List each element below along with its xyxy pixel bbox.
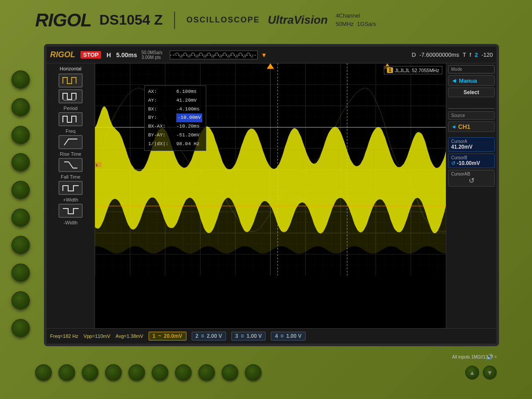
- source-section: Source: [448, 111, 495, 120]
- ch3-badge: 3 = 1.00 V: [231, 332, 266, 340]
- ultravision-label: UltraVision: [268, 13, 328, 27]
- one-dx-value: 98.04 Hz: [176, 140, 200, 149]
- rise-time-label: Rise Time: [60, 151, 81, 157]
- left-btn-8[interactable]: [11, 264, 30, 282]
- left-btn-5[interactable]: [11, 181, 30, 199]
- source-label: Source: [451, 113, 492, 118]
- bx-value: -4.100ms: [176, 105, 200, 114]
- header-right: D -7.60000000ms T f 2 -120: [412, 51, 493, 58]
- ch3-value: 1.00 V: [247, 333, 262, 339]
- ch-indicator: 2: [475, 51, 478, 58]
- by-ay-label: BY-AY:: [148, 131, 175, 140]
- f-symbol: f: [470, 51, 471, 58]
- ch3-eq: =: [241, 333, 244, 339]
- by-value: -10.00mV: [176, 113, 202, 122]
- manual-section: ◄ Manua: [448, 75, 495, 86]
- fall-time-label: Fall Time: [61, 174, 80, 179]
- select-label: Select: [463, 89, 479, 95]
- left-btn-6[interactable]: [11, 209, 30, 227]
- arrow-up-btn[interactable]: ▲: [465, 366, 479, 380]
- by-label: BY:: [148, 113, 175, 122]
- sound-icon: 🔊: [486, 354, 493, 360]
- cursor-ab-section: CursorAB ↺: [448, 170, 495, 187]
- bx-ax-label: BX-AX:: [148, 122, 175, 131]
- left-buttons: [5, 66, 36, 342]
- right-panel: Mode ◄ Manua Select Source ◄ CH1: [446, 63, 496, 328]
- arrow-down-btn[interactable]: ▼: [483, 366, 497, 380]
- ch1-section: ◄ CH1: [448, 121, 495, 132]
- bottom-btn-6[interactable]: [152, 364, 168, 381]
- freq-icon: [58, 112, 83, 126]
- osc-label: OSCILLOSCOPE: [186, 15, 260, 25]
- bottom-btn-1[interactable]: [35, 364, 52, 381]
- bottom-btn-9[interactable]: [222, 364, 238, 381]
- ch4-value: 1.00 V: [286, 333, 302, 339]
- trigger-down-header: ▼: [261, 51, 267, 59]
- top-brand-bar: RIGOL DS1054 Z OSCILLOSCOPE UltraVision …: [35, 4, 497, 37]
- left-btn-7[interactable]: [11, 236, 30, 254]
- ch1-tilde: ~: [158, 333, 161, 339]
- grid-area: 1 1 JLJLJL 52.7055MHz AX: 6.100ms AY:: [95, 63, 446, 328]
- header-timebase-label: H: [106, 51, 111, 59]
- one-dx-label: 1/|dX|:: [148, 140, 175, 149]
- cursor-a-label: CursorA: [451, 139, 492, 144]
- bottom-btn-4[interactable]: [105, 364, 122, 381]
- bottom-btn-8[interactable]: [198, 364, 215, 381]
- bottom-btn-2[interactable]: [58, 364, 75, 381]
- ch1-box: 1: [387, 67, 393, 73]
- ch4-number: 4: [275, 333, 278, 339]
- ch1-value: 20.0mV: [164, 333, 182, 339]
- display-area: Horizontal Period: [47, 63, 496, 328]
- fall-time-icon: [58, 158, 83, 172]
- rise-time-icon: [58, 135, 83, 149]
- cursor-b-icon: ↺: [451, 160, 455, 166]
- ch2-number: 2: [196, 333, 199, 339]
- cursor-measurements: AX: 6.100ms AY: 41.20mV BX: -4.100ms BY:…: [144, 85, 206, 151]
- left-btn-1[interactable]: [11, 70, 30, 89]
- bottom-btn-5[interactable]: [128, 364, 145, 381]
- ay-label: AY:: [148, 96, 175, 105]
- ch1-badge: 1 ~ 20.0mV: [149, 332, 186, 340]
- mode-section: Mode: [448, 65, 495, 73]
- select-section[interactable]: Select: [448, 88, 495, 97]
- t-label: T: [463, 51, 466, 58]
- bx-label: BX:: [148, 105, 175, 114]
- left-btn-10[interactable]: [11, 319, 30, 337]
- freq-symbol: JLJLJL: [395, 68, 410, 73]
- bottom-btn-3[interactable]: [82, 364, 98, 381]
- screen-bottom: Freq=182 Hz Vpp=110mV Avg=1.38mV 1 ~ 20.…: [47, 328, 496, 344]
- period-icon: [58, 89, 83, 103]
- brand-rigol-top: RIGOL: [35, 10, 91, 31]
- cursor-b-value: -10.00mV: [457, 160, 480, 166]
- oscilloscope-body: RIGOL DS1054 Z OSCILLOSCOPE UltraVision …: [0, 0, 532, 399]
- ch2-badge: 2 = 2.00 V: [192, 332, 226, 340]
- left-btn-9[interactable]: [11, 291, 30, 310]
- screen-container: RIGOL STOP H 5.00ms 50.0MSa/s 3.00M pts …: [44, 44, 499, 346]
- arrow-left-ch1-icon: ◄: [451, 124, 456, 130]
- sample-rate: 50.0MSa/s: [142, 50, 163, 55]
- plus-width-icon: [58, 181, 83, 195]
- screen-brand: RIGOL: [50, 50, 75, 59]
- by-ay-value: -51.20mV: [176, 131, 200, 140]
- cursor-b-label: CursorB: [451, 155, 492, 160]
- arrow-left-icon: ◄: [451, 77, 457, 84]
- ch1-label: CH1: [458, 123, 470, 130]
- header-timebase-value: 5.00ms: [116, 51, 137, 59]
- bottom-btn-10[interactable]: [245, 364, 262, 381]
- minus-width-label: -Width: [64, 220, 78, 225]
- freq-label: Freq: [66, 128, 76, 134]
- ay-value: 41.20mV: [176, 96, 197, 105]
- screen-header: RIGOL STOP H 5.00ms 50.0MSa/s 3.00M pts …: [47, 47, 496, 63]
- time-offset: -7.60000000ms: [419, 51, 459, 58]
- svg-text:1: 1: [96, 163, 98, 167]
- left-btn-4[interactable]: [11, 153, 30, 172]
- left-btn-2[interactable]: [11, 98, 30, 117]
- left-btn-3[interactable]: [11, 126, 30, 144]
- ch1-number: 1: [153, 333, 156, 339]
- freq-indicator: 1 JLJLJL 52.7055MHz: [384, 66, 442, 74]
- cursor-a-section: CursorA 41.20mV: [448, 137, 495, 152]
- bottom-btn-7[interactable]: [175, 364, 192, 381]
- cursor-a-value: 41.20mV: [451, 144, 492, 150]
- model-number: DS1054 Z: [99, 12, 163, 28]
- waveform-indicator: [170, 51, 258, 59]
